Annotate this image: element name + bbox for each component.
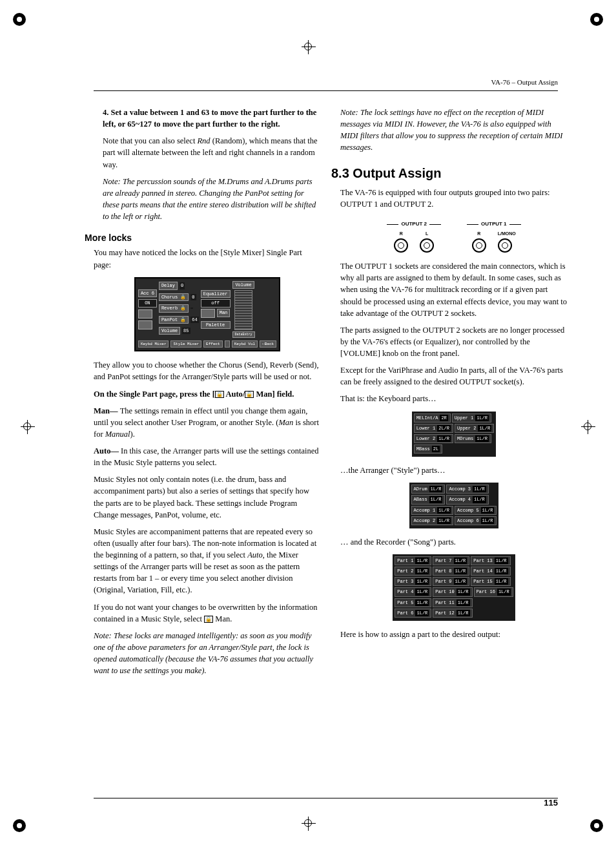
part-cell: Lower 12L/R xyxy=(414,424,453,433)
song-parts-panel: Part 11L/RPart 71L/RPart 131L/RPart 21L/… xyxy=(340,554,568,621)
music-styles-p3: If you do not want your changes to be ov… xyxy=(94,601,321,625)
svg-point-3 xyxy=(594,17,599,22)
running-header: VA-76 – Output Assign xyxy=(491,78,558,88)
part-cell: Part 51L/R xyxy=(395,598,431,607)
output-jacks-figure: OUTPUT 2 R L OUTPUT 1 R L/MONO xyxy=(340,216,568,253)
part-cell: Part 91L/R xyxy=(433,577,469,586)
style-mixer-screenshot: Acc 6 ON Delay0 Chorus 🔒0 Reverb 🔒 PanPo… xyxy=(94,277,321,352)
part-cell: MBass2L xyxy=(414,444,442,454)
part-cell: MDrums1L/R xyxy=(455,434,491,443)
jack-icon xyxy=(472,238,486,253)
lock-man-icon: 🔓 xyxy=(245,391,254,398)
music-styles-p1: Music Styles not only contain notes (i.e… xyxy=(94,474,321,521)
svg-point-7 xyxy=(594,823,599,828)
keyboard-parts-panel: MELInt/A2RUpper 11L/RLower 12L/RUpper 21… xyxy=(340,412,568,457)
part-cell: Lower 21L/R xyxy=(414,434,453,443)
more-locks-intro: You may have noticed the locks on the [S… xyxy=(94,247,321,270)
arranger-parts-label: …the Arranger ("Style") parts… xyxy=(340,464,568,476)
registration-mark-icon xyxy=(589,818,604,833)
part-cell: Part 41L/R xyxy=(395,587,431,596)
part-cell: Accomp 51L/R xyxy=(455,506,497,515)
part-cell: Part 131L/R xyxy=(471,556,510,565)
header-rule xyxy=(94,90,558,91)
part-cell: Accomp 11L/R xyxy=(411,506,453,515)
step-4: 4. Set a value between 1 and 63 to move … xyxy=(103,108,316,129)
crop-cross-icon xyxy=(300,815,317,832)
jack-icon xyxy=(498,238,512,253)
svg-point-1 xyxy=(17,17,22,22)
press-auto-man: On the Single Part page, press the [🔒 Au… xyxy=(94,388,321,400)
part-cell: Part 121L/R xyxy=(433,609,472,618)
lock-auto-icon: 🔒 xyxy=(215,391,224,398)
part-cell: Accomp 31L/R xyxy=(446,485,488,494)
jack-icon xyxy=(420,238,434,253)
crop-cross-icon xyxy=(300,39,317,56)
part-cell: Part 61L/R xyxy=(395,609,431,618)
jack-icon xyxy=(394,238,408,253)
part-cell: Part 31L/R xyxy=(395,577,431,586)
output2-paragraph: The parts assigned to the OUTPUT 2 socke… xyxy=(340,324,568,359)
note-icon xyxy=(138,320,152,329)
keyboard-parts-label: That is: the Keyboard parts… xyxy=(340,393,568,404)
man-paragraph: Man— The settings remain in effect until… xyxy=(94,405,321,440)
part-cell: Part 141L/R xyxy=(471,567,510,576)
part-cell: Part 161L/R xyxy=(474,587,513,596)
part-cell: ABass1L/R xyxy=(411,495,446,504)
part-cell: Upper 11L/R xyxy=(452,413,491,422)
part-cell: Accomp 21L/R xyxy=(411,516,453,525)
output-assign-heading: 8.3 Output Assign xyxy=(331,164,568,183)
except-paragraph: Except for the VariPhrase and Audio In p… xyxy=(340,364,568,388)
song-parts-label: … and the Recorder ("Song") parts. xyxy=(340,536,568,548)
footer-rule xyxy=(94,798,558,798)
note-midi-lock: Note: The lock settings have no effect o… xyxy=(340,107,568,154)
rnd-paragraph: Note that you can also select Rnd (Rando… xyxy=(103,135,321,170)
page-number: 115 xyxy=(544,797,558,809)
part-cell: Upper 21L/R xyxy=(455,424,494,433)
part-cell: ADrum1L/R xyxy=(411,485,446,494)
crop-cross-icon xyxy=(580,419,597,435)
part-cell: Part 71L/R xyxy=(433,556,469,565)
registration-mark-icon xyxy=(589,12,604,27)
registration-mark-icon xyxy=(12,12,27,27)
assign-howto: Here is how to assign a part to the desi… xyxy=(340,629,568,640)
lock-open-icon: 🔓 xyxy=(204,616,213,623)
part-cell: Part 151L/R xyxy=(471,577,510,586)
part-cell: Part 11L/R xyxy=(395,556,431,565)
left-column: 4. Set a value between 1 and 63 to move … xyxy=(94,107,321,682)
locks-explain: They allow you to choose whether the Cho… xyxy=(94,359,321,382)
part-cell: Part 21L/R xyxy=(395,567,431,576)
crop-cross-icon xyxy=(19,419,36,435)
note-locks-managed: Note: These locks are managed intelligen… xyxy=(94,630,321,677)
part-cell: Accomp 61L/R xyxy=(455,516,497,525)
up-icon xyxy=(138,309,152,318)
auto-paragraph: Auto— In this case, the Arranger parts w… xyxy=(94,445,321,468)
output-assign-intro: The VA-76 is equipped with four outputs … xyxy=(340,187,568,210)
output1-paragraph: The OUTPUT 1 sockets are considered the … xyxy=(340,260,568,319)
lock-icon xyxy=(201,309,215,318)
note-panpot: Note: The percussion sounds of the M.Dru… xyxy=(103,176,321,223)
svg-point-5 xyxy=(17,823,22,828)
part-cell: Part 111L/R xyxy=(433,598,472,607)
part-cell: Part 81L/R xyxy=(433,567,469,576)
music-styles-p2: Music Styles are accompaniment patterns … xyxy=(94,526,321,596)
arranger-parts-panel: ADrum1L/RAccomp 31L/RABass1L/RAccomp 41L… xyxy=(340,483,568,528)
registration-mark-icon xyxy=(12,818,27,833)
right-column: Note: The lock settings have no effect o… xyxy=(340,107,568,682)
part-cell: MELInt/A2R xyxy=(414,413,451,422)
part-cell: Part 101L/R xyxy=(433,587,472,596)
more-locks-heading: More locks xyxy=(85,231,321,244)
part-cell: Accomp 41L/R xyxy=(446,495,488,504)
